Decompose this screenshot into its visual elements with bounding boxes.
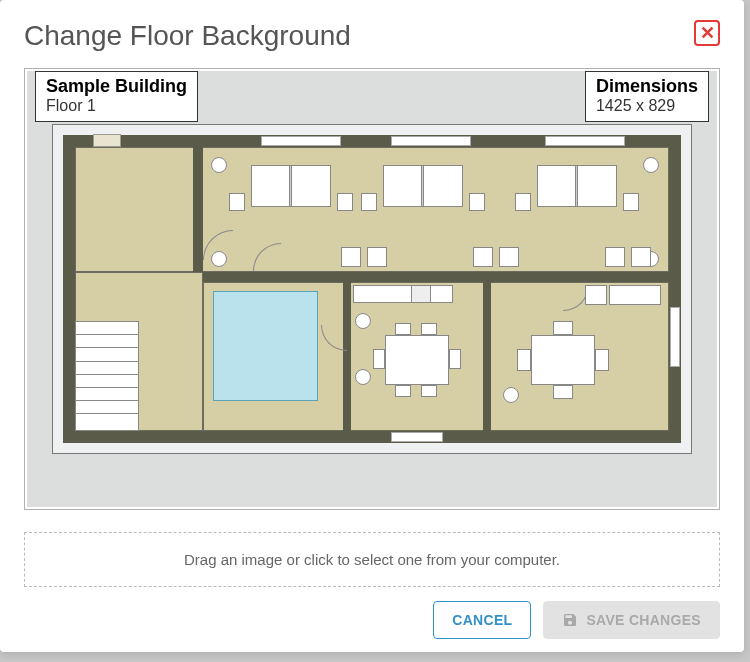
floor-preview: Sample Building Floor 1 Dimensions 1425 …	[27, 71, 717, 507]
dimensions-info-box: Dimensions 1425 x 829	[585, 71, 709, 122]
dropzone-text: Drag an image or click to select one fro…	[184, 551, 560, 568]
change-floor-bg-modal: Change Floor Background ✕ Sample Buildin…	[0, 0, 744, 652]
modal-title: Change Floor Background	[24, 20, 351, 52]
upload-dropzone[interactable]: Drag an image or click to select one fro…	[24, 532, 720, 587]
building-info-box: Sample Building Floor 1	[35, 71, 198, 122]
floor-label: Floor 1	[46, 97, 187, 115]
dimensions-value: 1425 x 829	[596, 97, 698, 115]
save-changes-button[interactable]: SAVE CHANGES	[543, 601, 720, 639]
dimensions-label: Dimensions	[596, 76, 698, 97]
preview-container: Sample Building Floor 1 Dimensions 1425 …	[24, 68, 720, 510]
modal-header: Change Floor Background ✕	[24, 20, 720, 52]
floor-plan	[52, 124, 692, 454]
close-icon: ✕	[700, 24, 715, 42]
cancel-button[interactable]: CANCEL	[433, 601, 531, 639]
save-icon	[562, 612, 578, 628]
modal-actions: CANCEL SAVE CHANGES	[24, 601, 720, 639]
building-name: Sample Building	[46, 76, 187, 97]
close-button[interactable]: ✕	[694, 20, 720, 46]
